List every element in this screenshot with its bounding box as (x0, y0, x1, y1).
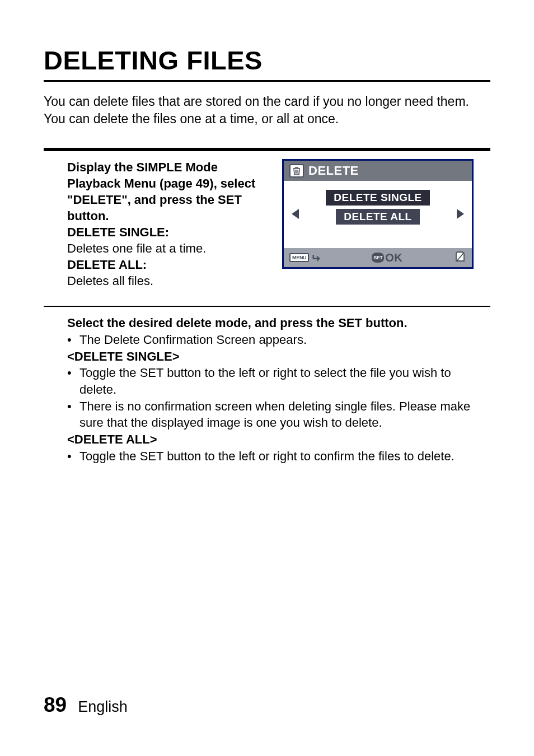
arrow-left-icon (292, 209, 299, 219)
step-2-text: Select the desired delete mode, and pres… (44, 315, 490, 464)
menu-back-icon: MENU ↵ (289, 251, 320, 264)
list-item: Toggle the SET button to the left or rig… (67, 448, 490, 465)
page-number: 89 (44, 693, 67, 717)
sd-card-icon (454, 250, 466, 265)
list-item: The Delete Confirmation Screen appears. (67, 332, 490, 348)
lcd-footer: MENU ↵ SET OK (284, 248, 472, 267)
arrow-right-icon (457, 209, 464, 219)
lcd-header-label: DELETE (308, 164, 359, 178)
page-footer: 89 English (44, 693, 128, 717)
list-item: Toggle the SET button to the left or rig… (67, 365, 490, 398)
lcd-option-delete-single: DELETE SINGLE (326, 190, 429, 206)
step-2-bullet-top: The Delete Confirmation Screen appears. (79, 332, 490, 348)
delete-single-heading: <DELETE SINGLE> (67, 348, 490, 365)
delete-all-heading: <DELETE ALL> (67, 431, 490, 448)
step-1-text: Display the SIMPLE Mode Playback Menu (p… (67, 159, 265, 289)
delete-all-bullet-1: Toggle the SET button to the left or rig… (79, 448, 490, 465)
step-1-row: Display the SIMPLE Mode Playback Menu (p… (44, 159, 490, 289)
trash-icon (289, 164, 304, 178)
lcd-body: DELETE SINGLE DELETE ALL (284, 181, 472, 248)
list-item: There is no confirmation screen when del… (67, 398, 490, 431)
lcd-option-delete-all: DELETE ALL (336, 209, 419, 225)
lcd-header: DELETE (284, 161, 472, 181)
set-label: SET (372, 253, 384, 263)
step-1-opt2-desc: Deletes all files. (67, 274, 153, 288)
step-1-opt2-label: DELETE ALL: (67, 258, 147, 272)
intro-paragraph: You can delete files that are stored on … (44, 93, 490, 128)
divider-thin (44, 306, 490, 307)
set-ok-group: SET OK (372, 251, 402, 264)
step-2-instruction: Select the desired delete mode, and pres… (67, 315, 490, 332)
language-label: English (78, 698, 128, 716)
step-1-opt1-label: DELETE SINGLE: (67, 225, 169, 239)
step-1-opt1-desc: Deletes one file at a time. (67, 241, 206, 255)
delete-single-bullet-1: Toggle the SET button to the left or rig… (79, 365, 490, 398)
divider-thick-1 (44, 148, 490, 151)
menu-label: MENU (289, 253, 309, 262)
ok-label: OK (385, 251, 402, 264)
delete-single-bullet-2: There is no confirmation screen when del… (79, 398, 490, 431)
lcd-screenshot: DELETE DELETE SINGLE DELETE ALL MENU ↵ S… (282, 159, 474, 269)
page-title: DELETING FILES (44, 45, 490, 82)
step-1-instruction: Display the SIMPLE Mode Playback Menu (p… (67, 160, 255, 223)
